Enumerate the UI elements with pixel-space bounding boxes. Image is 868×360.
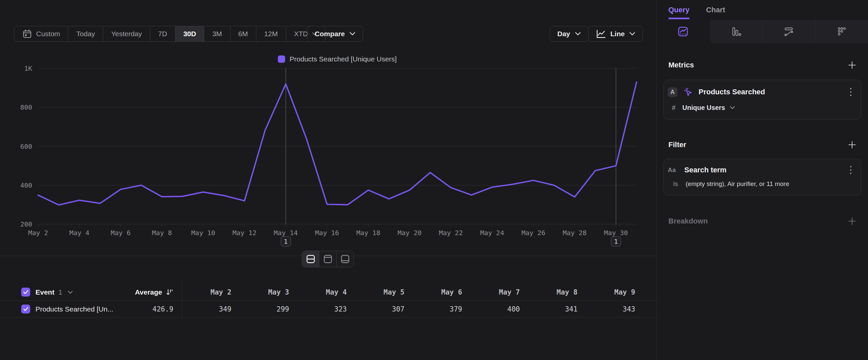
- series-checkbox[interactable]: [21, 305, 30, 313]
- value-cell: 307: [355, 305, 412, 313]
- date-column-header[interactable]: May 6: [412, 288, 470, 296]
- filter-title: Filter: [669, 140, 686, 149]
- date-column-header[interactable]: May 8: [528, 288, 586, 296]
- table-row[interactable]: Products Searched [Un... 426.9 349299323…: [0, 301, 656, 318]
- main-area: CustomTodayYesterday7D30D3M6M12MXTD Comp…: [0, 0, 656, 360]
- layout-switcher: [302, 251, 354, 267]
- value-cell: 379: [412, 305, 470, 313]
- sort-icon: [165, 288, 174, 296]
- value-cell: 341: [528, 305, 586, 313]
- results-table: Event 1 Average May 2May 3May 4May 5May …: [0, 284, 656, 318]
- average-header-label: Average: [135, 288, 162, 296]
- x-tick-label: May 2: [28, 229, 48, 237]
- average-value-cell: 426.9: [113, 305, 174, 313]
- active-tab-underline: [669, 18, 690, 19]
- series-name-cell: Products Searched [Un...: [0, 305, 113, 313]
- chart-type-tab-dots[interactable]: [816, 20, 868, 43]
- x-tick-label: May 26: [522, 229, 546, 237]
- value-cell: 349: [182, 305, 239, 313]
- annotation-badge-label: 1: [614, 238, 618, 245]
- add-filter-button[interactable]: [845, 138, 859, 151]
- breakdown-title: Breakdown: [669, 217, 708, 225]
- value-cell: 323: [297, 305, 355, 313]
- bar-chart-icon: [730, 25, 743, 38]
- dots-grid-icon: [835, 25, 848, 38]
- x-tick-label: May 18: [356, 229, 380, 237]
- number-type-icon: #: [670, 104, 678, 112]
- check-icon: [23, 307, 29, 311]
- tab-query[interactable]: Query: [669, 0, 690, 20]
- x-tick-label: May 8: [152, 229, 172, 237]
- series-name: Products Searched [Un...: [35, 305, 113, 313]
- chart-view-icon: [322, 253, 334, 265]
- filter-menu-button[interactable]: [845, 164, 857, 176]
- line-chart-icon: [676, 25, 690, 38]
- date-column-header[interactable]: May 4: [297, 288, 355, 296]
- measure-selector[interactable]: # Unique Users: [668, 101, 857, 115]
- add-metric-button[interactable]: [845, 58, 859, 72]
- x-tick-label: May 16: [315, 229, 339, 237]
- text-property-icon: Aa: [668, 166, 679, 174]
- metric-menu-button[interactable]: [845, 86, 857, 98]
- check-icon: [23, 290, 29, 294]
- chevron-down-icon: [730, 106, 735, 109]
- annotation-badge-label: 1: [284, 238, 288, 245]
- split-view-icon: [305, 253, 316, 265]
- kebab-icon: [849, 87, 852, 97]
- value-cell: 400: [470, 305, 528, 313]
- table-view-icon: [340, 253, 351, 265]
- chevron-down-icon: [68, 290, 73, 294]
- chart-type-tab-flow[interactable]: [763, 20, 816, 43]
- tab-query-label: Query: [669, 6, 690, 14]
- value-cell: 343: [586, 305, 643, 313]
- x-tick-label: May 10: [191, 229, 215, 237]
- x-tick-label: May 28: [563, 229, 587, 237]
- y-tick-label: 600: [20, 142, 32, 150]
- average-header-cell[interactable]: Average: [113, 288, 174, 296]
- filter-card[interactable]: Aa Search term Is (empty string), Air pu…: [663, 159, 861, 195]
- x-tick-label: May 20: [398, 229, 422, 237]
- series-line: [38, 82, 637, 205]
- date-values: 349299323307379400341343: [182, 305, 643, 313]
- app-root: CustomTodayYesterday7D30D3M6M12MXTD Comp…: [0, 0, 868, 360]
- add-breakdown-button[interactable]: [845, 215, 859, 228]
- event-header-cell[interactable]: Event 1: [0, 287, 113, 297]
- sidebar-tabs: Query Chart: [657, 0, 868, 20]
- metric-name: Products Searched: [699, 88, 840, 96]
- select-all-checkbox[interactable]: [21, 287, 30, 297]
- date-column-header[interactable]: May 7: [470, 288, 528, 296]
- flow-chart-icon: [782, 25, 796, 38]
- breakdown-section-header: Breakdown: [663, 215, 861, 228]
- filter-operator: Is: [673, 180, 681, 188]
- layout-option-split-view[interactable]: [302, 251, 319, 267]
- x-tick-label: May 14: [274, 229, 298, 237]
- x-tick-label: May 30: [604, 229, 628, 237]
- date-column-header[interactable]: May 5: [355, 288, 412, 296]
- event-header-label: Event: [35, 288, 54, 296]
- x-tick-label: May 12: [232, 229, 256, 237]
- plus-icon: [848, 140, 857, 149]
- date-headers: May 2May 3May 4May 5May 6May 7May 8May 9: [182, 288, 643, 296]
- average-value: 426.9: [153, 305, 174, 313]
- chart-type-tab-bar[interactable]: [710, 20, 763, 43]
- y-tick-label: 400: [20, 181, 32, 189]
- table-header-row: Event 1 Average May 2May 3May 4May 5May …: [0, 284, 656, 301]
- layout-option-chart-view[interactable]: [319, 251, 337, 267]
- x-tick-label: May 4: [69, 229, 89, 237]
- metric-letter-badge: A: [668, 87, 677, 97]
- event-count: 1: [58, 288, 62, 296]
- filter-section-header: Filter: [663, 138, 861, 151]
- layout-option-table-view[interactable]: [337, 251, 354, 267]
- value-cell: 299: [239, 305, 297, 313]
- date-column-header[interactable]: May 2: [182, 288, 239, 296]
- query-sidebar: Query Chart: [656, 0, 868, 360]
- filter-condition[interactable]: Is (empty string), Air purifier, or 11 m…: [668, 178, 857, 190]
- date-column-header[interactable]: May 9: [586, 288, 643, 296]
- metric-card[interactable]: A Products Searched # Unique Users: [663, 80, 861, 119]
- date-column-header[interactable]: May 3: [239, 288, 297, 296]
- y-tick-label: 800: [20, 103, 32, 111]
- chart-type-tab-line[interactable]: [657, 20, 710, 43]
- event-pointer-icon: [683, 87, 693, 97]
- tab-chart[interactable]: Chart: [706, 0, 725, 20]
- y-tick-label: 200: [20, 220, 32, 228]
